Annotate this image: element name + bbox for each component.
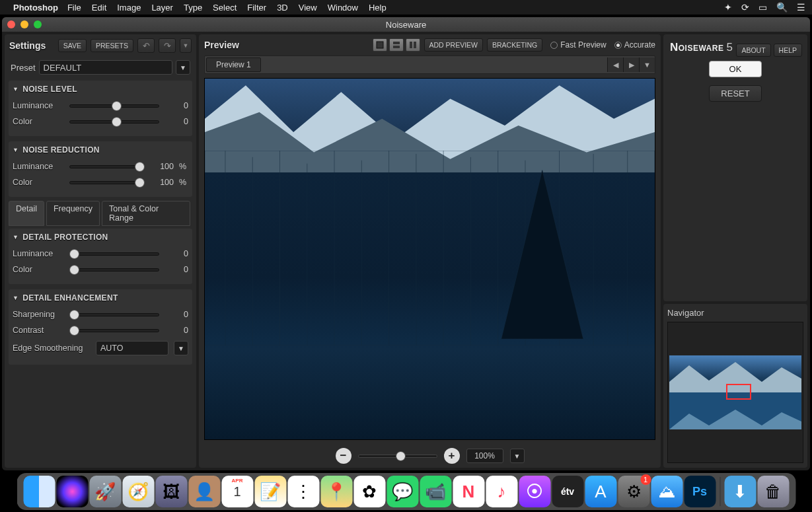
sharpening-slider[interactable] [69,309,159,320]
dock-messages-icon[interactable]: 💬 [387,476,418,507]
detail-protection-luminance-slider[interactable] [69,248,159,259]
navigator-thumbnail[interactable] [669,355,801,429]
status-menu-icon[interactable]: ☰ [797,2,805,13]
preset-select[interactable]: DEFAULT [39,60,172,75]
dock-news-icon[interactable]: N [453,476,484,507]
dock-preview-icon[interactable]: 🖼 [155,476,187,507]
preset-dropdown-arrow[interactable]: ▼ [176,60,190,75]
tab-frequency[interactable]: Frequency [46,201,100,226]
menu-edit[interactable]: Edit [92,3,106,13]
reset-button[interactable]: RESET [709,85,762,102]
dock-photoshop-icon[interactable]: Ps [684,476,716,507]
luminance-label: Luminance [13,162,64,171]
preview-tab-1[interactable]: Preview 1 [206,57,261,72]
edge-smoothening-dropdown-arrow[interactable]: ▼ [174,341,188,355]
dock-tv-icon[interactable]: étv [552,476,583,507]
collapse-icon[interactable]: ▼ [13,147,18,153]
preview-tab-menu[interactable]: ▼ [639,57,655,72]
preset-label: Preset [11,63,36,73]
about-button[interactable]: ABOUT [736,44,770,57]
undo-button[interactable]: ↶ [137,38,155,53]
history-dropdown-button[interactable]: ▼ [180,38,192,53]
tab-tonal-color-range[interactable]: Tonal & Color Range [102,201,190,226]
presets-button[interactable]: PRESETS [91,39,133,52]
menu-view[interactable]: View [299,3,317,13]
dock-podcasts-icon[interactable]: ⦿ [519,476,550,507]
save-button[interactable]: SAVE [58,39,87,52]
menubar-app-name[interactable]: Photoshop [13,3,58,13]
svg-rect-4 [414,42,416,48]
status-puzzle-icon[interactable]: ✦ [724,2,732,13]
menu-layer[interactable]: Layer [151,3,173,13]
noise-level-luminance-slider[interactable] [69,100,159,111]
dock-maps-icon[interactable]: 📍 [320,476,352,507]
dock-settings-icon[interactable]: ⚙1 [618,476,649,507]
accurate-radio[interactable]: Accurate [614,40,655,50]
preview-prev-button[interactable]: ◀ [607,57,623,72]
dock-downloads-icon[interactable]: ⬇ [724,476,756,507]
status-displays-icon[interactable]: ▭ [758,2,767,13]
dock-notes-icon[interactable]: 📝 [254,476,286,507]
menu-file[interactable]: File [67,3,81,13]
luminance-label: Luminance [13,101,64,110]
dock-appstore-icon[interactable]: A [585,476,616,507]
dock-facetime-icon[interactable]: 📹 [420,476,451,507]
noise-reduction-luminance-slider[interactable] [69,161,145,172]
preview-title: Preview [204,40,239,50]
dock-music-icon[interactable]: ♪ [486,476,517,507]
menu-window[interactable]: Window [328,3,358,13]
dock-siri-icon[interactable] [56,476,88,507]
menu-help[interactable]: Help [369,3,387,13]
view-single-button[interactable] [373,38,387,52]
preview-panel: Preview ADD PREVIEW BRACKETING Fast Prev… [199,34,661,468]
detail-protection-color-slider[interactable] [69,264,159,275]
menu-image[interactable]: Image [117,3,141,13]
collapse-icon[interactable]: ▼ [13,86,18,92]
preview-next-button[interactable]: ▶ [623,57,639,72]
detail-protection-section: ▼DETAIL PROTECTION Luminance 0 Color 0 [9,229,192,284]
tab-detail[interactable]: Detail [9,201,44,226]
noise-level-color-slider[interactable] [69,116,159,127]
menu-type[interactable]: Type [184,3,202,13]
contrast-slider[interactable] [69,325,159,336]
view-split-horizontal-button[interactable] [389,38,404,52]
zoom-in-button[interactable]: + [444,448,460,464]
navigator-viewport[interactable] [726,384,751,400]
dock-finder-icon[interactable] [23,476,55,507]
edge-smoothening-select[interactable]: AUTO [96,341,168,355]
menu-select[interactable]: Select [213,3,237,13]
ok-button[interactable]: OK [709,61,762,77]
zoom-slider[interactable] [358,455,437,458]
mac-menubar: Photoshop File Edit Image Layer Type Sel… [0,0,812,15]
dock-photos-icon[interactable]: ✿ [353,476,385,507]
dock-safari-icon[interactable]: 🧭 [122,476,154,507]
collapse-icon[interactable]: ▼ [13,295,18,301]
redo-button[interactable]: ↷ [159,38,176,53]
color-label: Color [13,117,64,126]
fast-preview-radio[interactable]: Fast Preview [550,40,606,50]
noise-reduction-color-slider[interactable] [69,177,145,188]
help-button[interactable]: HELP [774,44,802,57]
status-search-icon[interactable]: 🔍 [776,2,788,13]
dock-calendar-icon[interactable]: APR1 [221,476,253,507]
dock-contacts-icon[interactable]: 👤 [188,476,220,507]
dock-reminders-icon[interactable]: ⋮ [287,476,319,507]
zoom-dropdown-arrow[interactable]: ▼ [510,449,525,463]
detail-enhancement-section: ▼DETAIL ENHANCEMENT Sharpening 0 Contras… [9,289,192,365]
menu-filter[interactable]: Filter [247,3,266,13]
mac-dock: 🚀 🧭 🖼 👤 APR1 📝 ⋮ 📍 ✿ 💬 📹 N ♪ ⦿ étv A ⚙1 … [17,473,795,510]
menu-3d[interactable]: 3D [277,3,288,13]
window-titlebar[interactable]: Noiseware [2,17,810,32]
dock-trash-icon[interactable]: 🗑 [757,476,789,507]
view-split-vertical-button[interactable] [406,38,420,52]
status-sync-icon[interactable]: ⟳ [741,2,749,13]
dock-launchpad-icon[interactable]: 🚀 [89,476,121,507]
color-label: Color [13,265,64,274]
preview-image[interactable] [204,78,655,440]
noise-level-color-value: 0 [165,117,188,126]
dock-app-icon[interactable]: ⛰ [651,476,683,507]
bracketing-button[interactable]: BRACKETING [487,38,542,52]
add-preview-button[interactable]: ADD PREVIEW [424,38,484,52]
collapse-icon[interactable]: ▼ [13,234,18,240]
zoom-out-button[interactable]: − [336,448,351,464]
